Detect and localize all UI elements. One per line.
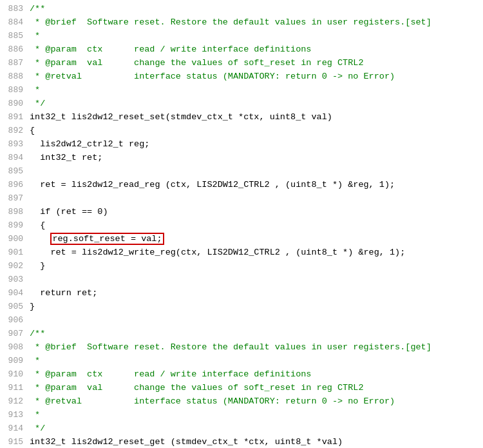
code-line: 902 } xyxy=(0,260,483,273)
code-line: 908 * @brief Software reset. Restore the… xyxy=(0,341,483,355)
line-number: 910 xyxy=(5,368,30,381)
line-number: 895 xyxy=(5,165,30,178)
code-line: 913 * xyxy=(0,409,483,422)
code-line: 906 xyxy=(0,314,483,327)
line-number: 914 xyxy=(5,422,30,435)
line-content: int32_t lis2dw12_reset_set(stmdev_ctx_t … xyxy=(30,111,478,124)
line-content: reg.soft_reset = val; xyxy=(30,233,478,246)
line-number: 885 xyxy=(5,30,30,43)
code-line: 901 ret = lis2dw12_write_reg(ctx, LIS2DW… xyxy=(0,246,483,260)
line-number: 894 xyxy=(5,151,30,164)
line-content: lis2dw12_ctrl2_t reg; xyxy=(30,138,478,151)
code-line: 912 * @retval interface status (MANDATOR… xyxy=(0,395,483,409)
line-number: 905 xyxy=(5,300,30,313)
line-number: 898 xyxy=(5,206,30,219)
code-line: 884 * @brief Software reset. Restore the… xyxy=(0,16,483,30)
code-line: 897 xyxy=(0,192,483,206)
line-number: 908 xyxy=(5,341,30,354)
highlighted-code: reg.soft_reset = val; xyxy=(50,233,164,245)
line-number: 907 xyxy=(5,327,30,340)
line-number: 889 xyxy=(5,84,30,97)
line-content: * @param ctx read / write interface defi… xyxy=(30,368,478,382)
line-number: 911 xyxy=(5,382,30,394)
line-number: 904 xyxy=(5,287,30,300)
code-line: 899 { xyxy=(0,219,483,233)
line-content: ret = lis2dw12_write_reg(ctx, LIS2DW12_C… xyxy=(30,246,478,260)
code-line: 885 * xyxy=(0,30,483,43)
code-line: 903 xyxy=(0,273,483,287)
code-line: 889 * xyxy=(0,84,483,97)
line-content: * @brief Software reset. Restore the def… xyxy=(30,341,478,355)
code-lines: 883/**884 * @brief Software reset. Resto… xyxy=(0,3,483,448)
code-line: 907/** xyxy=(0,327,483,341)
line-number: 913 xyxy=(5,409,30,422)
line-content: } xyxy=(30,300,478,314)
line-number: 884 xyxy=(5,16,30,29)
line-content: * xyxy=(30,355,478,368)
code-line: 900 reg.soft_reset = val; xyxy=(0,233,483,246)
code-line: 910 * @param ctx read / write interface … xyxy=(0,368,483,382)
line-number: 906 xyxy=(5,314,30,327)
line-content: * xyxy=(30,409,478,422)
code-line: 911 * @param val change the values of so… xyxy=(0,382,483,395)
line-content: * @brief Software reset. Restore the def… xyxy=(30,16,478,30)
code-line: 898 if (ret == 0) xyxy=(0,206,483,219)
line-content: int32_t ret; xyxy=(30,151,478,165)
line-number: 890 xyxy=(5,97,30,110)
line-number: 897 xyxy=(5,192,30,205)
line-content: * @retval interface status (MANDATORY: r… xyxy=(30,70,478,84)
line-content: ret = lis2dw12_read_reg (ctx, LIS2DW12_C… xyxy=(30,179,478,192)
line-number: 912 xyxy=(5,395,30,408)
line-content: /** xyxy=(30,327,478,341)
line-content: * xyxy=(30,30,478,43)
line-content: return ret; xyxy=(30,287,478,300)
line-number: 886 xyxy=(5,43,30,56)
line-content: * @param val change the values of soft_r… xyxy=(30,57,478,70)
line-number: 887 xyxy=(5,57,30,70)
line-number: 896 xyxy=(5,179,30,191)
line-number: 915 xyxy=(5,436,30,448)
line-number: 901 xyxy=(5,246,30,259)
line-number: 903 xyxy=(5,273,30,286)
code-line: 894 int32_t ret; xyxy=(0,151,483,165)
code-line: 887 * @param val change the values of so… xyxy=(0,57,483,70)
line-number: 900 xyxy=(5,233,30,246)
code-line: 909 * xyxy=(0,355,483,368)
code-line: 888 * @retval interface status (MANDATOR… xyxy=(0,70,483,84)
line-content: { xyxy=(30,219,478,233)
code-line: 893 lis2dw12_ctrl2_t reg; xyxy=(0,138,483,151)
line-content: if (ret == 0) xyxy=(30,206,478,219)
line-content: * @param ctx read / write interface defi… xyxy=(30,43,478,57)
line-content: int32_t lis2dw12_reset_get (stmdev_ctx_t… xyxy=(30,436,478,448)
line-number: 892 xyxy=(5,124,30,137)
code-line: 883/** xyxy=(0,3,483,16)
code-line: 904 return ret; xyxy=(0,287,483,300)
code-line: 896 ret = lis2dw12_read_reg (ctx, LIS2DW… xyxy=(0,179,483,192)
line-number: 888 xyxy=(5,70,30,83)
code-container: 883/**884 * @brief Software reset. Resto… xyxy=(0,0,483,448)
line-content: * xyxy=(30,84,478,97)
line-number: 902 xyxy=(5,260,30,273)
line-number: 899 xyxy=(5,219,30,232)
line-content: } xyxy=(30,260,478,273)
line-content: * @param val change the values of soft_r… xyxy=(30,382,478,395)
code-line: 886 * @param ctx read / write interface … xyxy=(0,43,483,57)
line-content: */ xyxy=(30,97,478,111)
line-content: */ xyxy=(30,422,478,436)
line-number: 891 xyxy=(5,111,30,124)
line-number: 883 xyxy=(5,3,30,15)
code-line: 891int32_t lis2dw12_reset_set(stmdev_ctx… xyxy=(0,111,483,124)
line-content: { xyxy=(30,124,478,138)
line-content: /** xyxy=(30,3,478,16)
line-number: 893 xyxy=(5,138,30,151)
code-line: 890 */ xyxy=(0,97,483,111)
code-line: 915int32_t lis2dw12_reset_get (stmdev_ct… xyxy=(0,436,483,448)
code-line: 895 xyxy=(0,165,483,179)
code-line: 892{ xyxy=(0,124,483,138)
line-number: 909 xyxy=(5,355,30,367)
line-content: * @retval interface status (MANDATORY: r… xyxy=(30,395,478,409)
code-line: 905} xyxy=(0,300,483,314)
code-line: 914 */ xyxy=(0,422,483,436)
